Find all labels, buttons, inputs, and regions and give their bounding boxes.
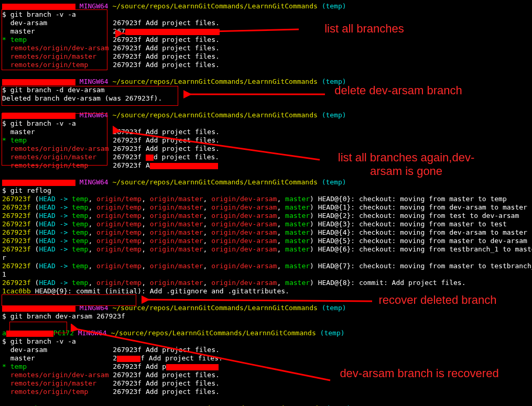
svg-line-3 [147, 300, 372, 301]
reflog-row: 267923f (HEAD -> temp, origin/temp, orig… [2, 245, 530, 254]
svg-line-4 [76, 329, 330, 380]
annotation: list all branches again,dev-arsam is gon… [325, 151, 487, 178]
cmd-create-branch: git branch dev-arsam 267923f [10, 312, 125, 320]
branch-row: remotes/origin/dev-arsam 267923f Add pro… [2, 44, 530, 52]
reflog-row: 267923f (HEAD -> temp, origin/temp, orig… [2, 220, 530, 228]
arrow-icon [115, 23, 304, 39]
annotation: delete dev-arsam branch [330, 84, 466, 97]
reflog-row: 1 [2, 270, 530, 279]
reflog-row: r [2, 254, 530, 262]
prompt-line: MINGW64 ~/source/repos/LearnnGitCommands… [2, 111, 530, 119]
annotation: list all branches [304, 22, 425, 36]
reflog-row: 267923f (HEAD -> temp, origin/temp, orig… [2, 195, 530, 203]
arrow-icon [142, 293, 377, 309]
arrow-icon [113, 126, 322, 165]
command-line: $ git branch -v -a [2, 10, 530, 19]
current-branch: (temp) [322, 2, 346, 10]
arrow-icon [183, 86, 330, 102]
svg-line-0 [121, 29, 299, 34]
reflog-row: 267923f (HEAD -> temp, origin/temp, orig… [2, 203, 530, 212]
reflog-row: 267923f (HEAD -> temp, origin/temp, orig… [2, 212, 530, 220]
annotation: recover deleted branch [377, 293, 498, 307]
cmd-reflog: git reflog [10, 186, 51, 194]
reflog-row: 267923f (HEAD -> temp, origin/temp, orig… [2, 237, 530, 245]
branch-row: remotes/origin/master 267923f Add projec… [2, 52, 530, 61]
arrow-icon [71, 324, 333, 387]
cmd-branch-va: git branch -v -a [10, 10, 76, 18]
command-line: $ git branch dev-arsam 267923f [2, 312, 530, 321]
terminal: MINGW64 ~/source/repos/LearnnGitCommands… [0, 0, 532, 406]
env: MINGW64 [80, 2, 108, 10]
reflog-row: 267923f (HEAD -> temp, origin/temp, orig… [2, 262, 530, 270]
cmd-delete-branch: git branch -d dev-arsam [10, 86, 105, 94]
prompt-line: MINGW64 ~/source/repos/LearnnGitCommands… [2, 178, 530, 186]
reflog-row: 267923f (HEAD -> temp, origin/temp, orig… [2, 228, 530, 237]
reflog-row: 267923f (HEAD -> temp, origin/temp, orig… [2, 279, 530, 287]
command-line: $ git reflog [2, 186, 530, 195]
annotation: dev-arsam branch is recovered [335, 367, 503, 380]
branch-row: remotes/origin/temp 267923f Add project … [2, 61, 530, 69]
branch-row: remotes/origin/temp 267923f Add project … [2, 388, 530, 396]
prompt-line: MINGW64 ~/source/repos/LearnnGitCommands… [2, 2, 530, 10]
svg-line-2 [118, 131, 320, 160]
path: ~/source/repos/LearnnGitCommands/LearnnG… [112, 2, 317, 10]
